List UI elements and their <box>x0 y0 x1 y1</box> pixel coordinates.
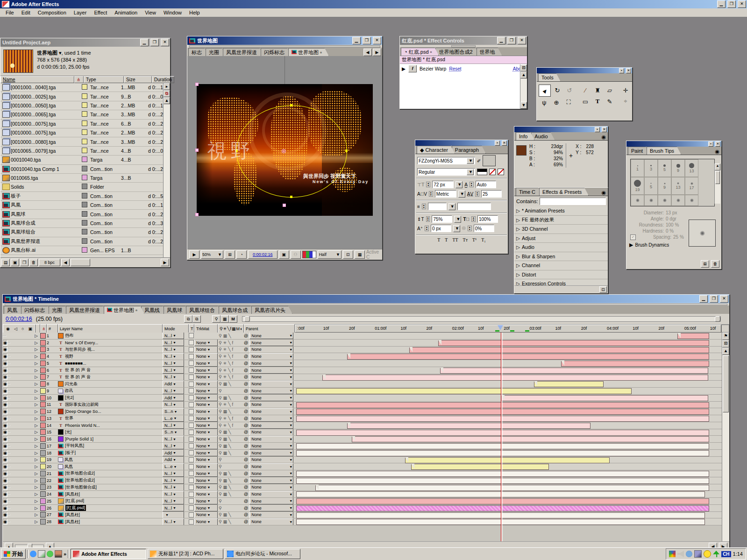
expand-arrow-icon[interactable]: ▷ <box>516 244 520 250</box>
timeline-layer-row[interactable]: ◉▷24[凤凰柱]N...l▼None▼⚲▦╲@None▼ <box>3 491 729 498</box>
effect-reset-link[interactable]: Reset <box>449 66 461 71</box>
timeline-layer-row[interactable]: ◉▷3T与世界同步 视...N...l▼None▼⚲✳╲f@None▼ <box>3 347 729 354</box>
timeline-vertical-scrollbar[interactable]: ⚑ ⊡ ▲ <box>722 333 729 541</box>
comp-minimize-button[interactable]: ▁ <box>352 37 361 44</box>
brush-tip[interactable] <box>685 195 698 206</box>
menu-layer[interactable]: Layer <box>70 9 91 16</box>
tray-connection-icon[interactable] <box>694 550 702 558</box>
brush-tip[interactable] <box>658 195 671 206</box>
layer-parent-select[interactable]: None▼ <box>249 395 293 401</box>
task-button[interactable]: 无标题1* [2:3] : ACD Ph... <box>148 549 223 559</box>
layer-t-checkbox[interactable] <box>189 395 194 400</box>
layer-track[interactable] <box>295 470 722 477</box>
orbit-camera-tool-icon[interactable]: ↺ <box>564 85 575 96</box>
layer-track[interactable] <box>295 436 722 443</box>
layer-track[interactable] <box>295 347 722 354</box>
timeline-tab-凤凰球[interactable]: 凤凰球 <box>164 306 189 314</box>
layer-eye-icon[interactable]: ◉ <box>3 388 7 394</box>
layer-track[interactable] <box>295 395 722 402</box>
expand-arrow-icon[interactable]: ▷ <box>516 235 520 241</box>
timeline-layer-row[interactable]: ◉▷19凤凰Add▼None▼⚲@None▼ <box>3 457 729 464</box>
layer-expand-arrow-icon[interactable]: ▷ <box>35 512 38 517</box>
timeline-tab-凤凰世界报道[interactable]: 凤凰世界报道 <box>66 306 107 314</box>
project-item-row[interactable]: [0001000...0040].tgaTar...nce1...MBd 0:.… <box>0 83 170 92</box>
style-button-1[interactable]: T <box>445 237 448 242</box>
layer-duration-bar[interactable] <box>296 505 709 511</box>
layer-mode-select[interactable]: Add▼ <box>163 395 184 401</box>
layer-mode-select[interactable]: N...l▼ <box>163 347 184 353</box>
layer-mode-select[interactable]: S...n▼ <box>163 429 184 436</box>
layer-expand-arrow-icon[interactable]: ▷ <box>35 340 38 345</box>
project-item-row[interactable]: 00010040.tgaTarga4...B <box>0 156 170 164</box>
layer-trkmat-select[interactable]: None▼ <box>194 484 218 491</box>
layer-label-chip[interactable] <box>40 505 46 511</box>
layer-duration-bar[interactable] <box>352 436 709 442</box>
switch-icon[interactable]: ⚲ <box>219 444 222 448</box>
layer-track[interactable] <box>295 408 722 415</box>
layer-parent-select[interactable]: None▼ <box>249 408 293 415</box>
layer-expand-arrow-icon[interactable]: ▷ <box>35 451 38 455</box>
switch-icon[interactable]: ╲ <box>228 409 231 414</box>
layer-t-checkbox[interactable] <box>189 375 194 380</box>
fx-resize-icon[interactable]: ⊡ <box>520 64 527 71</box>
layer-mode-select[interactable]: Add▼ <box>163 381 184 387</box>
layer-eye-icon[interactable]: ◉ <box>3 416 7 421</box>
layer-trkmat-select[interactable]: None▼ <box>194 463 218 470</box>
new-brush-icon[interactable]: ⊞ <box>701 260 709 268</box>
switch-icon[interactable]: f <box>232 416 234 421</box>
layer-trkmat-select[interactable]: None▼ <box>194 402 218 408</box>
app-minimize-button[interactable]: ▁ <box>717 0 726 8</box>
layer-t-checkbox[interactable] <box>189 354 194 359</box>
label-column-icon[interactable]: ⋔ <box>40 324 47 333</box>
type-tool-icon[interactable]: T <box>592 96 603 107</box>
quicklaunch-media-icon[interactable] <box>47 551 53 557</box>
project-item-row[interactable]: 凤凰球组合Com...tiond 0:...2:1 <box>0 228 170 237</box>
parent-pickwhip-icon[interactable]: @ <box>244 437 248 441</box>
layer-label-chip[interactable] <box>40 436 46 442</box>
parent-pickwhip-icon[interactable]: @ <box>244 423 248 428</box>
layer-duration-bar[interactable] <box>411 464 549 470</box>
layer-label-chip[interactable] <box>40 340 46 346</box>
parent-pickwhip-icon[interactable]: @ <box>244 340 248 345</box>
parent-pickwhip-icon[interactable]: @ <box>244 382 248 386</box>
switch-icon[interactable]: ╲ <box>228 478 231 483</box>
layer-trkmat-select[interactable]: None▼ <box>194 450 218 456</box>
project-item-row[interactable]: [0010000...0050].tgaTar...nce2...MBd 0:.… <box>0 101 170 110</box>
parent-pickwhip-icon[interactable]: @ <box>244 506 248 510</box>
layer-mode-select[interactable]: N...l▼ <box>163 340 184 346</box>
layer-eye-icon[interactable]: ◉ <box>3 368 7 373</box>
column-sort-icon[interactable]: ⋔ <box>74 76 84 83</box>
parent-pickwhip-icon[interactable]: @ <box>244 485 248 489</box>
layer-parent-select[interactable]: None▼ <box>249 484 293 491</box>
layer-trkmat-select[interactable]: None▼ <box>194 360 218 367</box>
layer-lock-icon[interactable] <box>9 466 10 467</box>
timeline-layer-row[interactable]: ◉▷16[Purple Solid 1]N...l▼None▼⚲▦╲@None▼ <box>3 436 729 443</box>
layer-parent-select[interactable]: None▼ <box>249 512 293 518</box>
transparency-grid-icon[interactable]: ▦ <box>355 250 365 259</box>
layer-expand-arrow-icon[interactable]: ▷ <box>35 423 38 428</box>
layer-track[interactable] <box>295 402 722 409</box>
layer-t-checkbox[interactable] <box>189 416 194 421</box>
layer-expand-arrow-icon[interactable]: ▷ <box>35 492 38 496</box>
timeline-layer-row[interactable]: ◉▷11T国际事实政治新闻N...l▼None▼⚲✳╲f@None▼ <box>3 402 729 409</box>
layer-duration-bar[interactable] <box>296 491 705 497</box>
layer-mode-select[interactable]: N...l▼ <box>163 470 184 477</box>
layer-lock-icon[interactable] <box>9 397 10 398</box>
menu-help[interactable]: Help <box>185 9 204 16</box>
layer-duration-bar[interactable] <box>296 478 709 484</box>
tools-close-button[interactable]: ✕ <box>626 68 631 73</box>
tab-brush-tips[interactable]: Brush Tips <box>647 147 681 155</box>
timeline-layer-row[interactable]: ◉▷21[世界地图合成2]N...l▼None▼⚲▦╲@None▼ <box>3 470 729 477</box>
layer-parent-select[interactable]: None▼ <box>249 518 293 525</box>
layer-label-chip[interactable] <box>40 464 46 469</box>
selection-tool-icon[interactable]: ► <box>539 85 551 97</box>
stroke-style-field[interactable] <box>457 203 491 210</box>
layer-duration-bar[interactable] <box>296 430 709 436</box>
fx-maximize-button[interactable]: ❐ <box>507 37 516 44</box>
layer-duration-bar[interactable] <box>322 375 708 381</box>
layer-expand-arrow-icon[interactable]: ▷ <box>35 382 38 386</box>
mode-column-header[interactable]: Mode <box>163 324 189 333</box>
layer-label-chip[interactable] <box>40 402 46 407</box>
switch-icon[interactable]: ╲ <box>228 333 231 338</box>
layer-lock-icon[interactable] <box>9 453 10 454</box>
